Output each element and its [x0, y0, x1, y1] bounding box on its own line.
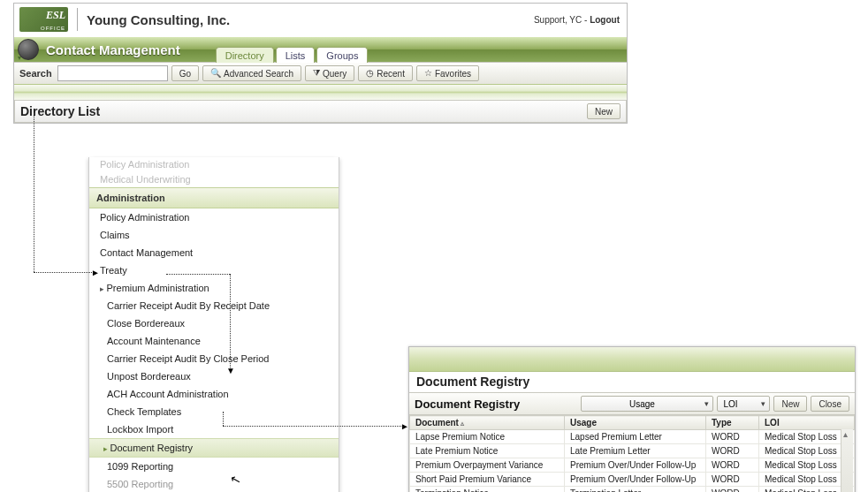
green-separator	[14, 84, 627, 100]
funnel-icon: ⧩	[313, 69, 320, 78]
module-tabs: Directory Lists Groups	[216, 37, 369, 62]
table-row: Short Paid Premium VariancePremium Over/…	[410, 473, 855, 487]
clock-icon: ◷	[366, 69, 374, 78]
faded-item: Policy Administration	[89, 157, 339, 172]
logout-link[interactable]: Logout	[590, 15, 620, 25]
submenu-item[interactable]: Check Templates	[89, 403, 339, 420]
table-row: Late Premium NoticeLate Premium LetterWO…	[410, 444, 855, 458]
page-title: Directory List	[20, 104, 100, 118]
favorites-button[interactable]: ☆Favorites	[416, 65, 479, 81]
menu-item[interactable]: Policy Administration	[89, 208, 339, 226]
submenu-item[interactable]: Lockbox Import	[89, 420, 339, 438]
submenu-item[interactable]: 5500 Reporting	[89, 475, 339, 492]
usage-select[interactable]: Usage	[581, 396, 713, 412]
company-name: Young Consulting, Inc.	[87, 12, 230, 27]
submenu-item[interactable]: ACH Account Administration	[89, 385, 339, 403]
submenu-item[interactable]: Account Maintenance	[89, 332, 339, 350]
divider	[77, 8, 78, 31]
module-bar: Contact Management Directory Lists Group…	[14, 37, 627, 62]
menu-item[interactable]: Contact Management	[89, 244, 339, 261]
col-type[interactable]: Type	[706, 416, 759, 430]
recent-button[interactable]: ◷Recent	[358, 65, 413, 81]
search-toolbar: Search Go 🔍Advanced Search ⧩Query ◷Recen…	[14, 62, 627, 84]
user-name: Support, YC	[534, 15, 582, 25]
submenu-item[interactable]: Close Bordereaux	[89, 314, 339, 332]
menu-item-premium-admin[interactable]: Premium Administration	[89, 279, 339, 297]
tab-directory[interactable]: Directory	[216, 47, 274, 63]
menu-section-header: Administration	[89, 187, 339, 208]
col-loi[interactable]: LOI	[759, 416, 855, 430]
app-header-panel: Young Consulting, Inc. Support, YC - Log…	[13, 3, 628, 124]
submenu-item[interactable]: Carrier Receipt Audit By Close Period	[89, 350, 339, 367]
advanced-search-button[interactable]: 🔍Advanced Search	[202, 65, 301, 81]
brand-bar: Young Consulting, Inc. Support, YC - Log…	[14, 4, 627, 37]
search-input[interactable]	[57, 65, 168, 81]
admin-menu-panel: Policy Administration Medical Underwriti…	[88, 157, 339, 492]
submenu-item[interactable]: Unpost Bordereaux	[89, 367, 339, 385]
guide-line	[34, 113, 34, 272]
go-button[interactable]: Go	[171, 65, 199, 81]
scrollbar[interactable]	[841, 429, 853, 492]
table-row: Lapse Premium NoticeLapsed Premium Lette…	[410, 430, 855, 444]
guide-line	[34, 272, 94, 273]
panel-green-header	[409, 347, 855, 372]
col-document[interactable]: Document▵	[410, 416, 565, 430]
registry-new-button[interactable]: New	[773, 396, 807, 412]
module-name: Contact Management	[46, 42, 180, 57]
star-icon: ☆	[424, 69, 432, 78]
loi-select[interactable]: LOI	[717, 396, 770, 412]
document-registry-panel: Document Registry Document Registry Usag…	[408, 346, 856, 492]
table-row: Premium Overpayment VariancePremium Over…	[410, 458, 855, 473]
panel-title: Document Registry	[409, 372, 855, 393]
sort-asc-icon: ▵	[461, 420, 464, 428]
tab-lists[interactable]: Lists	[276, 47, 316, 63]
col-usage[interactable]: Usage	[565, 416, 706, 430]
submenu-item-document-registry[interactable]: Document Registry	[89, 438, 339, 458]
tab-groups[interactable]: Groups	[316, 47, 368, 63]
registry-close-button[interactable]: Close	[811, 396, 849, 412]
submenu-item[interactable]: 1099 Reporting	[89, 458, 339, 475]
query-button[interactable]: ⧩Query	[305, 65, 354, 81]
page-header: Directory List New	[14, 100, 627, 123]
registry-toolbar: Document Registry Usage LOI New Close	[409, 393, 855, 415]
new-button[interactable]: New	[587, 103, 621, 119]
menu-item[interactable]: Claims	[89, 226, 339, 244]
magnify-icon: 🔍	[210, 69, 221, 78]
registry-tbody: Lapse Premium NoticeLapsed Premium Lette…	[410, 430, 855, 493]
faded-item: Medical Underwriting	[89, 172, 339, 187]
esl-office-logo	[19, 7, 68, 32]
registry-table: Document▵ Usage Type LOI Lapse Premium N…	[409, 415, 855, 492]
table-row: Termination NoticeTermination LetterWORD…	[410, 487, 855, 493]
submenu-item[interactable]: Carrier Receipt Audit By Receipt Date	[89, 297, 339, 314]
toolbar-title: Document Registry	[415, 397, 520, 411]
user-bar: Support, YC - Logout	[534, 15, 620, 25]
menu-item[interactable]: Treaty	[89, 261, 339, 279]
module-switcher-icon[interactable]	[18, 39, 39, 60]
admin-menu: Policy Administration Claims Contact Man…	[89, 208, 339, 492]
search-label: Search	[19, 68, 52, 79]
